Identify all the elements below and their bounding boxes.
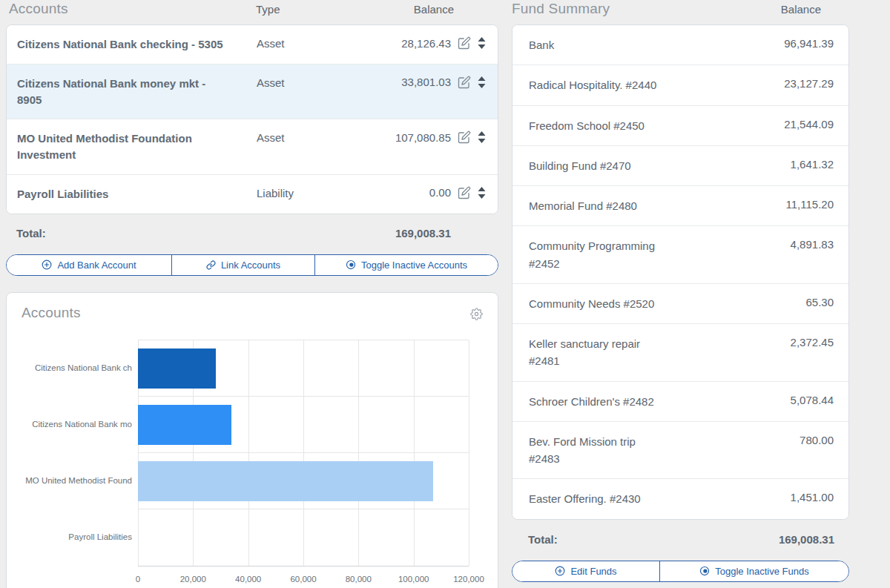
type-column-header: Type: [256, 3, 280, 16]
fund-name: Memorial Fund #2480: [529, 197, 699, 214]
x-tick-label: 120,000: [453, 575, 484, 584]
fund-row[interactable]: Freedom School #2450 21,544.09: [512, 106, 848, 146]
fund-balance-column-header: Balance: [781, 3, 821, 16]
fund-name: Radical Hospitality. #2440: [529, 76, 699, 93]
edit-balance-icon[interactable]: [458, 76, 471, 89]
funds-total-value: 169,008.31: [779, 533, 834, 546]
account-name[interactable]: Citizens National Bank money mkt - 8905: [17, 76, 257, 108]
fund-name: Schroer Children's #2482: [529, 393, 699, 410]
chart-bar[interactable]: [138, 348, 216, 389]
fund-balance: 1,641.32: [791, 157, 834, 171]
fund-name: Bev. Ford Mission trip #2483: [529, 433, 699, 468]
sort-handle-icon[interactable]: [478, 131, 486, 143]
fund-summary-panel: Fund Summary Balance Bank 96,941.39 Radi…: [512, 0, 849, 588]
toggle-eye-icon: [346, 260, 356, 270]
fund-balance: 21,544.09: [784, 117, 834, 131]
account-name[interactable]: MO United Methodist Foundation Investmen…: [17, 131, 257, 163]
edit-balance-icon[interactable]: [458, 36, 471, 50]
fund-balance: 4,891.83: [791, 237, 834, 251]
fund-row[interactable]: Bev. Ford Mission trip #2483 780.00: [512, 422, 848, 480]
fund-name: Community Needs #2520: [529, 295, 699, 312]
chart-category-label: Payroll Liabilities: [7, 509, 132, 565]
fund-row[interactable]: Building Fund #2470 1,641.32: [512, 146, 848, 186]
fund-name: Freedom School #2450: [529, 117, 699, 134]
fund-summary-table: Bank 96,941.39 Radical Hospitality. #244…: [512, 24, 849, 520]
edit-funds-button[interactable]: Edit Funds: [512, 561, 659, 581]
chart-category-label: MO United Methodist Found: [7, 452, 132, 509]
fund-balance: 5,078.44: [791, 393, 834, 406]
account-type: Asset: [257, 131, 375, 144]
fund-row[interactable]: Memorial Fund #2480 11,115.20: [512, 186, 848, 226]
gear-icon[interactable]: [470, 308, 483, 320]
x-tick-label: 0: [136, 575, 140, 584]
bar-chart-plot-area: [138, 340, 469, 566]
link-icon: [206, 260, 216, 270]
fund-balance: 11,115.20: [785, 197, 834, 211]
fund-name: Keller sanctuary repair #2481: [529, 335, 699, 370]
fund-row[interactable]: Keller sanctuary repair #2481 2,372.45: [512, 324, 848, 382]
account-row[interactable]: Payroll Liabilities Liability 0.00: [7, 175, 498, 214]
plus-circle-icon: [555, 566, 565, 576]
funds-button-group: Edit Funds Toggle Inactive Funds: [512, 561, 849, 582]
account-name[interactable]: Citizens National Bank checking - 5305: [17, 36, 257, 53]
fund-row[interactable]: Schroer Children's #2482 5,078.44: [512, 382, 848, 422]
fund-row[interactable]: Community Needs #2520 65.30: [512, 284, 848, 324]
chart-bar[interactable]: [138, 461, 433, 501]
fund-row[interactable]: Bank 96,941.39: [512, 25, 848, 65]
account-name[interactable]: Payroll Liabilities: [17, 186, 257, 202]
accounts-total-value: 169,008.31: [395, 227, 451, 240]
fund-row[interactable]: Community Programming #2452 4,891.83: [512, 226, 848, 284]
fund-name: Bank: [529, 36, 699, 53]
x-tick-label: 20,000: [180, 575, 206, 584]
accounts-total-label: Total:: [16, 227, 46, 240]
toggle-inactive-funds-button[interactable]: Toggle Inactive Funds: [659, 561, 848, 581]
plus-circle-icon: [42, 260, 52, 270]
accounts-section-title: Accounts: [9, 1, 68, 17]
chart-category-label: Citizens National Bank mo: [7, 396, 132, 452]
fund-name: Building Fund #2470: [529, 157, 699, 174]
funds-total-label: Total:: [528, 533, 558, 546]
fund-name: Easter Offering. #2430: [529, 490, 699, 507]
account-balance: 33,801.03: [386, 76, 451, 88]
account-balance: 107,080.85: [386, 131, 451, 144]
sort-handle-icon[interactable]: [478, 187, 486, 199]
accounts-table: Citizens National Bank checking - 5305 A…: [6, 24, 498, 214]
funds-total-row: Total: 169,008.31: [512, 520, 849, 555]
chart-bar[interactable]: [138, 405, 231, 445]
accounts-total-row: Total: 169,008.31: [6, 214, 498, 249]
account-row[interactable]: Citizens National Bank money mkt - 8905 …: [7, 65, 498, 120]
add-bank-account-button[interactable]: Add Bank Account: [7, 255, 171, 275]
fund-balance: 780.00: [800, 433, 834, 446]
fund-row[interactable]: Radical Hospitality. #2440 23,127.29: [512, 65, 848, 105]
edit-balance-icon[interactable]: [458, 131, 471, 144]
sort-handle-icon[interactable]: [478, 76, 486, 88]
accounts-chart-card: Accounts Citizens National Bank ch Citiz…: [6, 292, 498, 588]
account-balance: 28,126.43: [386, 37, 451, 50]
edit-balance-icon[interactable]: [458, 186, 471, 199]
account-type: Asset: [257, 76, 375, 89]
sort-handle-icon[interactable]: [478, 37, 486, 49]
x-tick-label: 100,000: [398, 575, 429, 584]
account-row[interactable]: Citizens National Bank checking - 5305 A…: [7, 25, 498, 65]
fund-row[interactable]: Easter Offering. #2430 1,451.00: [512, 479, 848, 518]
account-type: Liability: [257, 186, 375, 199]
fund-summary-header: Fund Summary Balance: [512, 0, 849, 24]
x-tick-label: 40,000: [235, 575, 261, 584]
chart-title: Accounts: [22, 305, 81, 321]
chart-category-label: Citizens National Bank ch: [7, 340, 132, 396]
accounts-panel: Accounts Type Balance Citizens National …: [6, 0, 498, 588]
account-balance: 0.00: [386, 186, 451, 199]
fund-balance: 1,451.00: [791, 490, 834, 503]
fund-balance: 2,372.45: [791, 335, 834, 348]
accounts-header: Accounts Type Balance: [6, 0, 498, 24]
link-accounts-button[interactable]: Link Accounts: [171, 255, 314, 275]
fund-balance: 23,127.29: [784, 76, 834, 90]
toggle-inactive-accounts-button[interactable]: Toggle Inactive Accounts: [314, 255, 498, 275]
x-tick-label: 80,000: [346, 575, 372, 584]
x-tick-label: 60,000: [290, 575, 316, 584]
account-row[interactable]: MO United Methodist Foundation Investmen…: [7, 119, 498, 175]
fund-balance: 96,941.39: [784, 36, 834, 50]
accounts-button-group: Add Bank Account Link Accounts Toggle In…: [6, 254, 498, 276]
fund-name: Community Programming #2452: [529, 237, 699, 272]
fund-balance: 65.30: [805, 295, 834, 308]
